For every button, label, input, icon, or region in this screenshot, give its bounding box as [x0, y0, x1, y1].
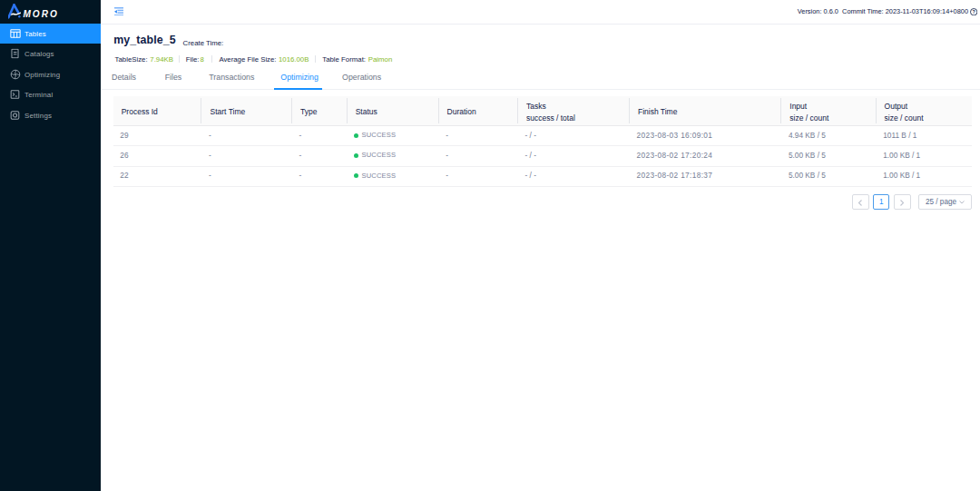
- svg-text:MORO: MORO: [23, 9, 59, 19]
- svg-text:?: ?: [972, 9, 975, 15]
